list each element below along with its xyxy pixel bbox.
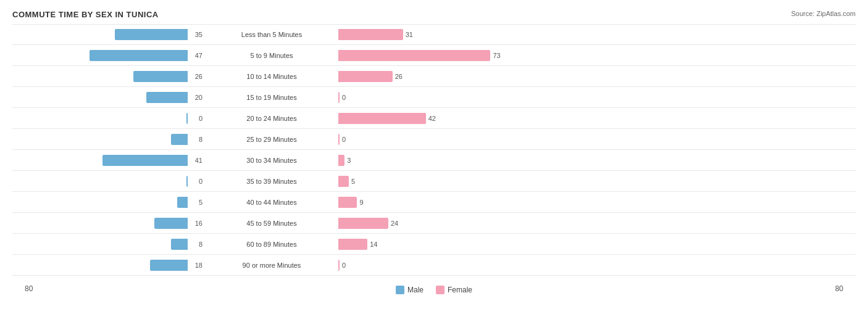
left-section: 18 bbox=[12, 260, 210, 271]
female-value: 26 bbox=[395, 73, 410, 80]
male-bar-container bbox=[12, 218, 188, 229]
legend-male: Male bbox=[396, 286, 424, 294]
row-label: 40 to 44 Minutes bbox=[210, 199, 333, 206]
female-value: 0 bbox=[342, 262, 357, 269]
row-label: 20 to 24 Minutes bbox=[210, 115, 333, 122]
right-section: 0 bbox=[333, 92, 531, 103]
row-label: 45 to 59 Minutes bbox=[210, 220, 333, 227]
chart-row: 18 90 or more Minutes 0 bbox=[12, 255, 856, 276]
male-bar bbox=[171, 239, 188, 250]
male-bar-container bbox=[12, 197, 188, 208]
right-section: 24 bbox=[333, 218, 531, 229]
left-section: 8 bbox=[12, 134, 210, 145]
row-label: 5 to 9 Minutes bbox=[210, 52, 333, 59]
male-bar-container bbox=[12, 92, 188, 103]
male-value: 41 bbox=[188, 157, 202, 164]
female-bar bbox=[338, 92, 340, 103]
male-bar bbox=[171, 134, 188, 145]
female-value: 14 bbox=[370, 241, 385, 248]
chart-row: 8 25 to 29 Minutes 0 bbox=[12, 129, 856, 150]
chart-container: COMMUTE TIME BY SEX IN TUNICA Source: Zi… bbox=[0, 0, 868, 322]
male-bar bbox=[90, 50, 188, 61]
right-section: 73 bbox=[333, 50, 531, 61]
female-value: 73 bbox=[493, 52, 507, 59]
male-value: 26 bbox=[188, 73, 202, 80]
row-label: 15 to 19 Minutes bbox=[210, 94, 333, 101]
chart-row: 0 20 to 24 Minutes 42 bbox=[12, 108, 856, 129]
left-section: 0 bbox=[12, 176, 210, 187]
male-value: 8 bbox=[188, 136, 202, 143]
female-value: 9 bbox=[359, 199, 374, 206]
male-bar-container bbox=[12, 29, 188, 40]
legend-female-label: Female bbox=[448, 286, 472, 294]
left-section: 5 bbox=[12, 197, 210, 208]
male-value: 0 bbox=[188, 115, 202, 122]
female-bar bbox=[338, 71, 393, 82]
female-value: 0 bbox=[342, 136, 357, 143]
legend: Male Female bbox=[396, 286, 472, 294]
right-section: 14 bbox=[333, 239, 531, 250]
right-section: 9 bbox=[333, 197, 531, 208]
chart-row: 41 30 to 34 Minutes 3 bbox=[12, 150, 856, 171]
legend-male-box bbox=[396, 286, 404, 294]
row-label: 35 to 39 Minutes bbox=[210, 178, 333, 185]
source-text: Source: ZipAtlas.com bbox=[791, 10, 856, 17]
male-bar-container bbox=[12, 176, 188, 187]
row-label: 25 to 29 Minutes bbox=[210, 136, 333, 143]
right-section: 26 bbox=[333, 71, 531, 82]
female-bar bbox=[338, 260, 340, 271]
left-section: 47 bbox=[12, 50, 210, 61]
left-section: 8 bbox=[12, 239, 210, 250]
male-value: 8 bbox=[188, 241, 202, 248]
male-bar-container bbox=[12, 239, 188, 250]
female-value: 5 bbox=[351, 178, 366, 185]
chart-row: 8 60 to 89 Minutes 14 bbox=[12, 234, 856, 255]
left-section: 0 bbox=[12, 113, 210, 124]
male-bar bbox=[115, 29, 188, 40]
female-bar bbox=[338, 29, 403, 40]
chart-row: 20 15 to 19 Minutes 0 bbox=[12, 87, 856, 108]
male-bar bbox=[133, 71, 188, 82]
male-value: 5 bbox=[188, 199, 202, 206]
right-section: 31 bbox=[333, 29, 531, 40]
male-value: 18 bbox=[188, 262, 202, 269]
male-bar-container bbox=[12, 260, 188, 271]
row-label: 30 to 34 Minutes bbox=[210, 157, 333, 164]
male-bar-container bbox=[12, 50, 188, 61]
female-value: 0 bbox=[342, 94, 357, 101]
female-value: 3 bbox=[347, 157, 362, 164]
chart-row: 35 Less than 5 Minutes 31 bbox=[12, 24, 856, 45]
male-bar-container bbox=[12, 155, 188, 166]
left-section: 20 bbox=[12, 92, 210, 103]
female-value: 31 bbox=[406, 31, 420, 38]
right-section: 5 bbox=[333, 176, 531, 187]
female-bar bbox=[338, 197, 357, 208]
legend-female-box bbox=[436, 286, 444, 294]
left-section: 35 bbox=[12, 29, 210, 40]
male-bar-container bbox=[12, 113, 188, 124]
legend-female: Female bbox=[436, 286, 472, 294]
male-value: 20 bbox=[188, 94, 202, 101]
female-value: 42 bbox=[428, 115, 443, 122]
female-bar bbox=[338, 176, 349, 187]
male-bar bbox=[177, 197, 188, 208]
right-section: 0 bbox=[333, 260, 531, 271]
right-section: 42 bbox=[333, 113, 531, 124]
row-label: 60 to 89 Minutes bbox=[210, 241, 333, 248]
male-bar bbox=[154, 218, 188, 229]
female-bar bbox=[338, 239, 367, 250]
male-bar bbox=[150, 260, 188, 271]
chart-row: 47 5 to 9 Minutes 73 bbox=[12, 45, 856, 66]
row-label: Less than 5 Minutes bbox=[210, 31, 333, 38]
female-bar bbox=[338, 50, 490, 61]
male-bar-container bbox=[12, 134, 188, 145]
right-section: 3 bbox=[333, 155, 531, 166]
left-section: 16 bbox=[12, 218, 210, 229]
male-bar bbox=[102, 155, 188, 166]
male-bar-container bbox=[12, 71, 188, 82]
female-bar bbox=[338, 134, 340, 145]
female-bar bbox=[338, 218, 388, 229]
axis-right-label: 80 bbox=[835, 284, 843, 293]
female-bar bbox=[338, 113, 426, 124]
left-section: 26 bbox=[12, 71, 210, 82]
